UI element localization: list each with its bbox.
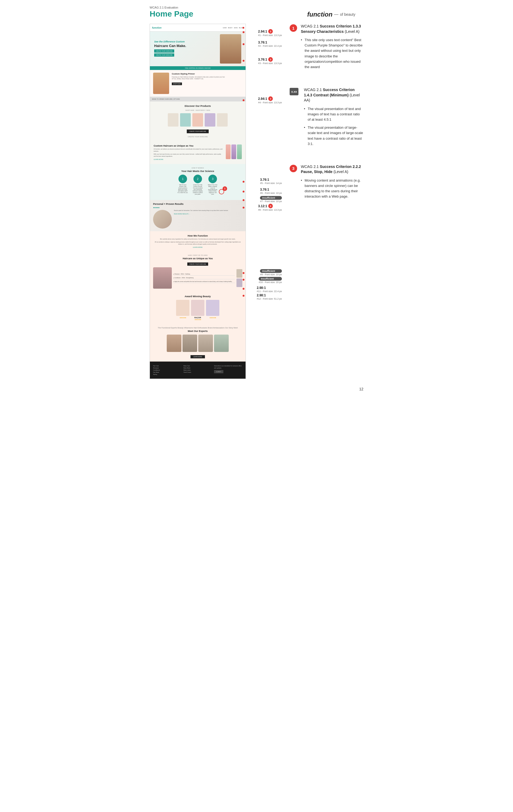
mock-thumb-3 (192, 113, 203, 126)
criterion-bullets-2: The visual presentation of text and imag… (304, 106, 363, 147)
mock-hair-items: ● Shampoo - 340ml - Clarifying ● Conditi… (173, 273, 235, 283)
mock-promo-text: FREE SHIPPING ON ORDERS OVER $40 (185, 67, 211, 69)
mock-how-desc: We carefully derive every ingredient for… (153, 238, 242, 240)
mock-learn-more[interactable]: LEARN MORE (154, 158, 223, 160)
mock-expert-2 (183, 335, 197, 352)
red-dot-1 (243, 31, 244, 33)
annotation-12: 2.98:1 #12 - Font size: 51.2 px (257, 293, 282, 300)
ann5-label: #5 - Font size: 14 px (260, 182, 282, 184)
criterion-title-3: WCAG 2.1 Success Criterion 2.2.2 Pause, … (301, 164, 363, 175)
annotation-10: Insufficient #10 - Font size: 20 px (259, 277, 282, 284)
page-number: 12 (150, 387, 363, 391)
mock-discover-title: Discover Our Products (153, 105, 242, 107)
annotation-4: 2.94:1 3 #4 - Font size: 13.3 px (258, 96, 282, 104)
criterion-bullets-3: Moving content and animations (e.g. bann… (301, 178, 363, 200)
red-dot-10 (243, 279, 244, 281)
mock-unique-text: Custom Haircare as Unique as You At func… (154, 144, 223, 160)
mock-promo-bar: FREE SHIPPING ON ORDERS OVER $40 (150, 66, 246, 70)
mock-expert-3 (198, 335, 213, 352)
ann4-label: #4 - Font size: 13.3 px (258, 101, 282, 104)
criterion-num-1: 1 (290, 24, 297, 32)
mock-unique-desc2: With your hair type formula, we create y… (154, 153, 223, 157)
mock-expert-1 (167, 335, 182, 352)
mock-thumb-1 (168, 113, 179, 126)
red-dot-2 (243, 43, 244, 45)
mock-featured-bar: MADE TO ORDER HAIRCARE | STYLING (150, 97, 246, 102)
mock-icon-label-2: Create Your Fully Custom Formula (192, 184, 203, 187)
mock-footer-col-2: Body CareBody WashBody LotionHand Cream (184, 365, 212, 375)
mock-hero-title: Haircare Can Make. (154, 44, 186, 48)
mock-results-section: Personal + Proven Results ●●●●● Results … (150, 200, 246, 231)
ann9-label: #9 - Font size: 10 px (260, 273, 282, 276)
criterion-bullet-1-1: This site only uses text content" Best C… (301, 37, 363, 70)
criteria-column: 1 WCAG 2.1 Success Criterion 1.3.3 Senso… (290, 24, 363, 379)
criterion-content-3: WCAG 2.1 Success Criterion 2.2.2 Pause, … (301, 164, 363, 202)
mock-product-section: Custom Styling Primer Featuring our Styl… (150, 70, 246, 97)
mock-product-image (153, 72, 169, 94)
mock-awards-title: Award Winning Beauty (153, 295, 242, 298)
ann11-ratio: 2.98:1 (257, 286, 282, 290)
results-badge-1: 1 (222, 186, 227, 191)
mock-circle-1: 1 (179, 175, 187, 183)
mock-cta-sub: CREATE YOUR SKINCARE (153, 136, 242, 138)
mock-cta-btn[interactable]: CREATE YOUR HAIRCARE (187, 129, 209, 133)
mock-shop-btn[interactable]: SHOP NOW (172, 83, 182, 85)
mock-learn-experts[interactable]: LEARN MORE (190, 355, 205, 358)
mock-hair-image (153, 267, 172, 289)
mock-circle-2: 2 (193, 175, 202, 183)
mock-nav: function HAIR BODY SKIN BLOG (150, 24, 246, 31)
mock-hero-btn1[interactable]: CREATE YOUR HAIRCARE (154, 49, 174, 53)
mock-haircare-cta-btn[interactable]: CREATE YOUR HAIRCARE (153, 261, 242, 266)
mock-haircare-section: HAIR / FIRST OF ITS KIND Haircare as Uni… (150, 251, 246, 292)
annotation-2: 3.76:1 #2 - Font size: 22.4 px (258, 40, 282, 47)
screenshot-column: function HAIR BODY SKIN BLOG Se (150, 24, 246, 379)
mock-hero-btn2[interactable]: CREATE YOUR SKINCARE (154, 53, 174, 57)
meta-label: WCAG 2.1 Evaluation (150, 6, 178, 9)
mock-footer-submit[interactable]: SUBMIT (214, 370, 223, 373)
mock-how-desc2: All our products undergo a rigorous test… (153, 241, 242, 245)
mock-featured-text: MADE TO ORDER HAIRCARE | STYLING (152, 98, 180, 100)
mock-experts-row (153, 335, 242, 352)
mock-how-section: How We Function We carefully derive ever… (150, 231, 246, 252)
mock-learn-more-2[interactable]: LEARN MORE (153, 246, 242, 248)
ann2-ratio: 3.76:1 (258, 40, 282, 44)
mock-haircare-row: ● Shampoo - 340ml - Clarifying ● Conditi… (153, 267, 242, 289)
brand-function: function (307, 11, 333, 18)
mock-bottles (226, 144, 242, 159)
criterion-block-3: 3 WCAG 2.1 Success Criterion 2.2.2 Pause… (290, 164, 363, 202)
annotation-5: 3.76:1 #5 - Font size: 14 px (260, 178, 282, 184)
mock-award-brand: RAZOR (191, 317, 205, 319)
red-dot-6 (243, 191, 244, 193)
mock-stars-1: ★★★★★ (176, 317, 189, 319)
brand-header: function — of beauty (307, 11, 355, 18)
ann12-label: #12 - Font size: 51.2 px (257, 297, 282, 300)
mock-product-desc: Featuring our Style Defense Complex, for… (172, 76, 242, 78)
mock-science-icon-3: 3 Make It Your Own Make it uniquely your… (207, 175, 218, 195)
mock-footer-col-3: Subscribe to our newsletter for exclusiv… (214, 365, 242, 375)
criterion-bullets-1: This site only uses text content" Best C… (301, 37, 363, 70)
criterion-title-2: WCAG 2.1 Success Criterion 1.4.3 Contras… (304, 87, 363, 103)
mock-product-sub: STYLE, SHINE, HOLD FRIZZ 100% - HUMIDITY… (172, 78, 242, 80)
mock-experts-title: Meet Our Experts (153, 330, 242, 332)
ann12-ratio: 2.98:1 (257, 293, 282, 297)
annotation-11: 2.98:1 #11 - Font size: 22.4 px (257, 286, 282, 293)
mock-footer-links-1: Hair CareShampooConditionerHair MaskStyl… (153, 365, 182, 375)
mock-discover-sub: SHOP HAIR SHOP BODY / SKIN (153, 110, 242, 111)
ann7-insufficient: Insufficient (260, 196, 282, 200)
mock-experts-sub: The Functional Experts Beauty Influencer… (153, 327, 242, 329)
ann1-badge: 3 (268, 29, 273, 34)
mock-thumb-2 (180, 113, 191, 126)
mock-hero-text: See the Difference Custom Haircare Can M… (154, 40, 186, 58)
criterion-bullet-2-1: The visual presentation of text and imag… (304, 106, 363, 122)
criterion-num-2: x.xx (290, 88, 298, 95)
mock-footer-col-1: Hair CareShampooConditionerHair MaskStyl… (153, 365, 182, 375)
mock-awards-row: ★★★★★ RAZOR ★★★★★ ★★★★★ (153, 300, 242, 320)
top-meta: WCAG 2.1 Evaluation (150, 5, 363, 9)
ann8-badge: 3 (268, 204, 273, 208)
criterion-content-2: WCAG 2.1 Success Criterion 1.4.3 Contras… (304, 87, 363, 149)
mock-award-img-3 (206, 300, 219, 316)
mock-read-more[interactable]: READ MORE RESULTS → (174, 213, 242, 215)
ann3-badge: 3 (268, 57, 273, 62)
mock-expert-4 (214, 335, 229, 352)
mock-circle-3: 3 (209, 175, 217, 183)
